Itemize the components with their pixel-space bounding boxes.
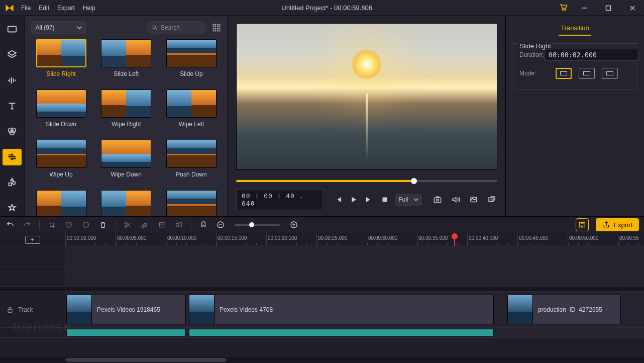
transition-thumb-label: Push Down bbox=[176, 171, 206, 178]
detach-preview-button[interactable] bbox=[486, 194, 497, 205]
sidebar-elements-icon[interactable] bbox=[3, 174, 22, 191]
undo-button[interactable] bbox=[5, 220, 15, 230]
properties-group-title: Slide Right bbox=[517, 42, 553, 50]
svg-point-1 bbox=[565, 9, 566, 10]
transition-thumb-label: Wipe Down bbox=[111, 171, 142, 178]
sidebar-transitions-icon[interactable] bbox=[3, 149, 22, 165]
library-search-input[interactable]: Search bbox=[146, 21, 206, 34]
transition-thumb[interactable]: Wipe Down bbox=[96, 140, 156, 186]
chevron-down-icon bbox=[413, 197, 418, 202]
split-button[interactable] bbox=[123, 220, 133, 230]
next-frame-button[interactable] bbox=[364, 194, 374, 205]
timeline-clip[interactable]: production_ID_4272655 bbox=[507, 295, 621, 324]
zoom-in-button[interactable] bbox=[289, 220, 299, 230]
maximize-button[interactable] bbox=[601, 0, 616, 16]
scrubber-knob[interactable] bbox=[411, 178, 417, 184]
grid-view-icon[interactable] bbox=[211, 23, 222, 33]
sidebar-media-icon[interactable] bbox=[3, 21, 22, 38]
mode-option-overlap[interactable] bbox=[556, 68, 572, 79]
color-button[interactable] bbox=[81, 220, 91, 230]
audio-track[interactable] bbox=[65, 328, 644, 337]
transition-thumb[interactable]: Slide Right bbox=[31, 39, 91, 85]
preview-content bbox=[352, 49, 382, 79]
transition-thumb-label: Slide Right bbox=[47, 70, 76, 77]
transition-thumb[interactable] bbox=[96, 190, 156, 216]
transition-thumb-label: Wipe Right bbox=[112, 121, 141, 128]
close-button[interactable] bbox=[625, 0, 640, 16]
timeline-scrollbar[interactable] bbox=[0, 357, 644, 363]
duration-label: Duration: bbox=[519, 51, 544, 58]
transition-thumb[interactable] bbox=[31, 190, 91, 216]
sidebar-layers-icon[interactable] bbox=[3, 47, 22, 63]
sidebar-text-icon[interactable] bbox=[3, 98, 22, 114]
zoom-out-button[interactable] bbox=[216, 220, 226, 230]
preview-ratio-dropdown[interactable]: Full bbox=[395, 194, 422, 206]
group-button[interactable] bbox=[174, 220, 184, 230]
preview-timecode: 00 : 00 : 40 . 640 bbox=[236, 189, 323, 210]
timeline-ruler[interactable]: 00:00:00.00000:00:05.00000:00:10.00000:0… bbox=[65, 233, 644, 246]
main-menu: File Edit Export Help bbox=[21, 5, 95, 12]
timeline-toolbar: Export bbox=[0, 216, 644, 233]
zoom-slider[interactable] bbox=[235, 224, 280, 226]
transition-thumb[interactable]: Slide Down bbox=[31, 89, 91, 136]
freeze-frame-button[interactable] bbox=[157, 220, 167, 230]
timeline-audio-clip[interactable] bbox=[189, 329, 494, 336]
mode-option-postfix[interactable] bbox=[602, 68, 618, 79]
preview-scrubber[interactable] bbox=[236, 180, 497, 182]
chevron-down-icon bbox=[77, 25, 82, 30]
svg-rect-28 bbox=[179, 223, 181, 226]
search-icon bbox=[152, 25, 158, 31]
export-button[interactable]: Export bbox=[596, 218, 639, 231]
stop-button[interactable] bbox=[379, 194, 390, 205]
redo-button[interactable] bbox=[22, 220, 32, 230]
transition-thumb[interactable]: Wipe Right bbox=[96, 89, 156, 136]
delete-button[interactable] bbox=[98, 220, 108, 230]
play-button[interactable] bbox=[349, 194, 359, 205]
cart-icon[interactable] bbox=[559, 3, 568, 13]
svg-rect-3 bbox=[606, 6, 611, 10]
speed-button[interactable] bbox=[64, 220, 74, 230]
playhead[interactable] bbox=[454, 233, 455, 246]
lock-icon[interactable] bbox=[6, 306, 14, 314]
transition-thumb-label: Wipe Up bbox=[50, 171, 73, 178]
transition-thumb[interactable]: Slide Left bbox=[96, 39, 156, 85]
timeline-clip[interactable]: Pexels Videos 4708 bbox=[189, 295, 494, 324]
library-filter-dropdown[interactable]: All (97) bbox=[31, 21, 86, 34]
transition-thumb[interactable]: Push Down bbox=[161, 140, 222, 186]
snapshot-button[interactable] bbox=[432, 194, 443, 205]
timeline-clip[interactable]: Pexels Videos 1918465 bbox=[66, 295, 186, 324]
transition-thumb[interactable] bbox=[161, 190, 222, 216]
sidebar-favorites-icon[interactable] bbox=[3, 200, 22, 216]
volume-button[interactable] bbox=[450, 194, 461, 205]
safezone-button[interactable] bbox=[468, 194, 479, 205]
video-track[interactable]: Pexels Videos 1918465Pexels Videos 4708p… bbox=[65, 292, 644, 327]
svg-point-0 bbox=[562, 9, 563, 10]
duration-input[interactable] bbox=[544, 49, 638, 61]
track-label: Track bbox=[18, 306, 33, 313]
tool-sidebar bbox=[0, 16, 25, 216]
menu-help[interactable]: Help bbox=[83, 5, 95, 12]
timeline-settings-button[interactable] bbox=[576, 218, 589, 231]
menu-edit[interactable]: Edit bbox=[39, 5, 49, 12]
transition-thumb[interactable]: Slide Up bbox=[161, 39, 222, 85]
sidebar-audio-icon[interactable] bbox=[3, 72, 22, 89]
prev-frame-button[interactable] bbox=[333, 194, 344, 205]
sidebar-filters-icon[interactable] bbox=[3, 123, 22, 140]
minimize-button[interactable] bbox=[577, 0, 592, 16]
tab-transition[interactable]: Transition bbox=[559, 21, 591, 36]
add-track-button[interactable]: + bbox=[25, 236, 40, 244]
mode-option-prefix[interactable] bbox=[579, 68, 595, 79]
timeline-audio-clip[interactable] bbox=[66, 329, 186, 336]
audio-detach-button[interactable] bbox=[140, 220, 150, 230]
menu-file[interactable]: File bbox=[21, 5, 31, 12]
menu-export[interactable]: Export bbox=[57, 5, 75, 12]
svg-point-18 bbox=[437, 199, 439, 202]
preview-viewport[interactable] bbox=[236, 23, 497, 170]
transition-thumb-label: Wipe Left bbox=[179, 121, 204, 128]
zoom-knob[interactable] bbox=[249, 222, 254, 227]
transition-thumb[interactable]: Wipe Left bbox=[161, 89, 222, 136]
marker-button[interactable] bbox=[198, 220, 208, 230]
transition-thumb[interactable]: Wipe Up bbox=[31, 140, 91, 186]
crop-button[interactable] bbox=[47, 220, 57, 230]
svg-rect-35 bbox=[8, 309, 12, 312]
